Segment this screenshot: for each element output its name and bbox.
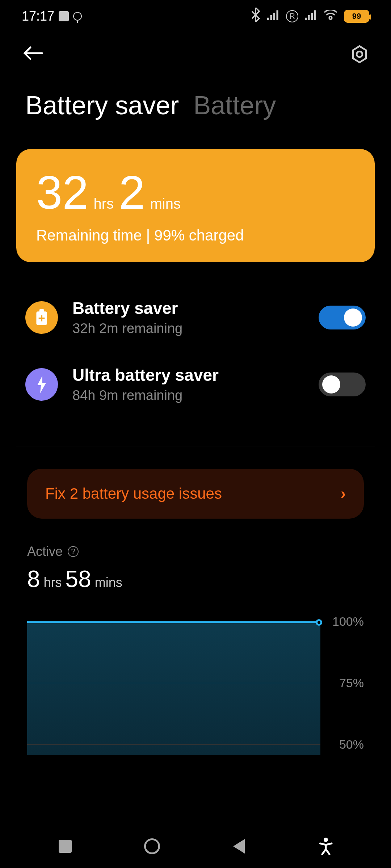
remaining-time-value: 32 hrs 2 mins <box>36 169 355 216</box>
remaining-hours: 32 <box>36 169 89 216</box>
svg-rect-6 <box>311 13 313 20</box>
y-label-100: 100% <box>332 614 364 629</box>
chart-area <box>27 621 320 755</box>
active-label-row: Active ? <box>27 544 364 559</box>
svg-rect-2 <box>273 13 275 20</box>
active-hours-unit: hrs <box>44 575 62 590</box>
mins-unit: mins <box>150 196 181 212</box>
battery-saver-title: Battery saver <box>72 298 304 318</box>
active-mins: 58 <box>66 566 91 592</box>
voice-icon <box>73 12 82 21</box>
svg-rect-1 <box>270 15 272 20</box>
status-bar: 17:17 R 99 <box>0 0 391 33</box>
ultra-saver-title: Ultra battery saver <box>72 365 304 385</box>
ultra-saver-text: Ultra battery saver 84h 9m remaining <box>72 365 304 403</box>
recents-button[interactable] <box>56 837 74 855</box>
signal-2-icon <box>305 9 317 24</box>
svg-rect-10 <box>39 309 44 312</box>
header <box>0 33 391 76</box>
ultra-saver-row[interactable]: Ultra battery saver 84h 9m remaining <box>25 365 366 403</box>
battery-saver-toggle[interactable] <box>319 306 366 329</box>
svg-point-8 <box>357 51 362 57</box>
active-time-value: 8 hrs 58 mins <box>27 566 364 592</box>
roaming-icon: R <box>286 10 298 22</box>
navigation-bar <box>0 825 391 868</box>
app-indicator-icon <box>59 11 69 21</box>
svg-rect-5 <box>308 15 310 20</box>
home-button[interactable] <box>143 837 161 855</box>
help-icon[interactable]: ? <box>68 546 79 557</box>
battery-saver-row[interactable]: Battery saver 32h 2m remaining <box>25 298 366 336</box>
remaining-subtitle: Remaining time | 99% charged <box>36 227 355 244</box>
status-right: R 99 <box>251 8 369 25</box>
ultra-saver-sub: 84h 9m remaining <box>72 388 304 403</box>
svg-point-11 <box>324 838 328 842</box>
tab-battery[interactable]: Battery <box>193 90 276 120</box>
svg-rect-7 <box>314 10 316 20</box>
active-label: Active <box>27 544 63 559</box>
tabs: Battery saver Battery <box>0 76 391 131</box>
gridline-75 <box>27 683 320 683</box>
bluetooth-icon <box>251 8 261 25</box>
battery-icon: 99 <box>344 10 369 23</box>
remaining-time-card[interactable]: 32 hrs 2 mins Remaining time | 99% charg… <box>16 149 375 262</box>
battery-saver-sub: 32h 2m remaining <box>72 321 304 336</box>
active-mins-unit: mins <box>95 575 122 590</box>
battery-saver-icon <box>25 301 58 334</box>
y-label-75: 75% <box>339 676 364 690</box>
tab-battery-saver[interactable]: Battery saver <box>25 90 179 120</box>
divider <box>16 447 375 447</box>
signal-1-icon <box>267 9 279 24</box>
ultra-saver-icon <box>25 368 58 401</box>
back-nav-button[interactable] <box>230 837 248 855</box>
accessibility-button[interactable] <box>317 837 335 855</box>
svg-rect-3 <box>277 10 278 20</box>
svg-rect-4 <box>305 18 307 20</box>
settings-button[interactable] <box>350 44 369 64</box>
active-section: Active ? 8 hrs 58 mins <box>0 519 391 592</box>
back-button[interactable] <box>22 42 43 67</box>
chevron-right-icon: › <box>341 485 346 502</box>
y-label-50: 50% <box>339 737 364 752</box>
gridline-50 <box>27 744 320 745</box>
modes-list: Battery saver 32h 2m remaining Ultra bat… <box>0 262 391 447</box>
fix-issues-label: Fix 2 battery usage issues <box>45 485 222 502</box>
active-hours: 8 <box>27 566 40 592</box>
fix-issues-button[interactable]: Fix 2 battery usage issues › <box>27 469 364 519</box>
remaining-mins: 2 <box>119 169 145 216</box>
wifi-icon <box>324 9 337 24</box>
ultra-saver-toggle[interactable] <box>319 373 366 396</box>
hours-unit: hrs <box>94 196 114 212</box>
battery-chart[interactable]: 100% 75% 50% <box>27 621 364 755</box>
chart-current-point-icon <box>316 619 322 626</box>
status-left: 17:17 <box>22 9 82 24</box>
battery-saver-text: Battery saver 32h 2m remaining <box>72 298 304 336</box>
clock: 17:17 <box>22 9 54 24</box>
svg-rect-0 <box>267 18 269 20</box>
